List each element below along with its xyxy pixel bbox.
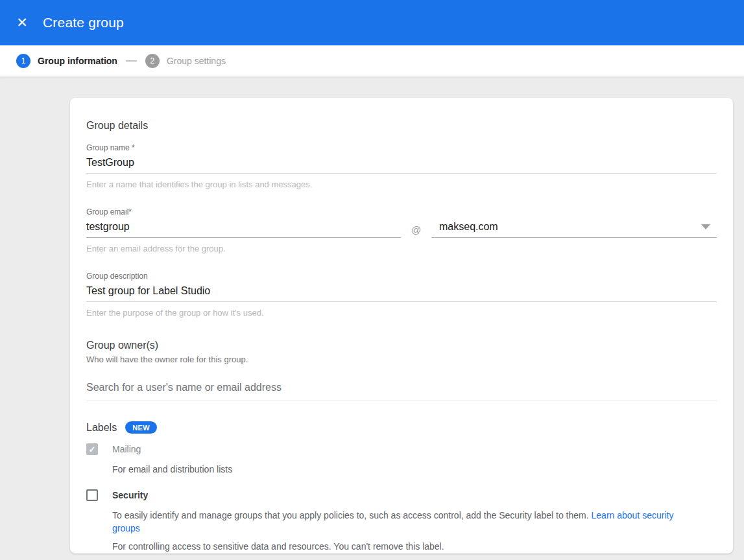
labels-heading-row: Labels NEW: [86, 421, 717, 434]
group-email-helper: Enter an email address for the group.: [86, 244, 401, 253]
security-description-text: To easily identify and manage groups tha…: [112, 510, 589, 520]
group-name-helper: Enter a name that identifies the group i…: [86, 180, 717, 189]
mailing-checkbox: ✓: [86, 443, 98, 455]
group-form-card: Group details Group name * Enter a name …: [70, 98, 733, 554]
step-number-circle: 1: [16, 54, 30, 68]
group-name-label: Group name *: [86, 143, 717, 152]
labels-heading: Labels: [86, 421, 117, 434]
group-email-row: Enter an email address for the group. @ …: [86, 219, 717, 253]
group-email-input[interactable]: [86, 219, 401, 238]
group-description-input[interactable]: [86, 283, 717, 302]
dialog-header: ✕ Create group: [0, 0, 744, 45]
group-owners-heading: Group owner(s): [86, 339, 717, 351]
security-label: Security: [112, 490, 717, 501]
security-checkbox[interactable]: [86, 489, 98, 501]
group-name-input[interactable]: [86, 155, 717, 174]
page-content: Group details Group name * Enter a name …: [0, 77, 744, 554]
step-label: Group information: [38, 56, 117, 66]
owner-search-input[interactable]: [86, 378, 717, 401]
group-description-label: Group description: [86, 272, 717, 281]
group-email-label: Group email*: [86, 207, 717, 216]
close-icon[interactable]: ✕: [14, 15, 30, 30]
group-details-heading: Group details: [86, 119, 717, 132]
group-owners-section: Group owner(s) Who will have the owner r…: [86, 339, 717, 401]
domain-selected-value: makseq.com: [439, 220, 701, 233]
labels-section: Labels NEW ✓ Mailing For email and distr…: [86, 421, 717, 553]
group-name-field: Group name * Enter a name that identifie…: [86, 143, 717, 189]
at-symbol: @: [401, 219, 431, 235]
stepper-bar: 1 Group information 2 Group settings: [0, 45, 744, 77]
mailing-label: Mailing: [112, 444, 717, 455]
security-note: For controlling access to sensitive data…: [112, 540, 717, 553]
step-label: Group settings: [167, 56, 226, 66]
security-description: To easily identify and manage groups tha…: [112, 509, 696, 535]
step-group-settings[interactable]: 2 Group settings: [145, 54, 226, 68]
new-badge: NEW: [125, 421, 157, 434]
dialog-title: Create group: [43, 15, 124, 30]
domain-select[interactable]: makseq.com: [431, 219, 717, 238]
chevron-down-icon: [701, 224, 710, 229]
step-group-information[interactable]: 1 Group information: [16, 54, 117, 68]
step-number-circle: 2: [145, 54, 160, 68]
label-item-mailing: ✓ Mailing For email and distribution lis…: [86, 443, 717, 476]
group-description-field: Group description Enter the purpose of t…: [86, 272, 717, 318]
stepper-connector: [126, 60, 137, 62]
group-description-helper: Enter the purpose of the group or how it…: [86, 308, 717, 318]
group-email-field: Group email* Enter an email address for …: [86, 207, 717, 253]
group-owners-subtext: Who will have the owner role for this gr…: [86, 355, 717, 364]
mailing-description: For email and distribution lists: [112, 463, 717, 476]
label-item-security: Security To easily identify and manage g…: [86, 489, 717, 553]
